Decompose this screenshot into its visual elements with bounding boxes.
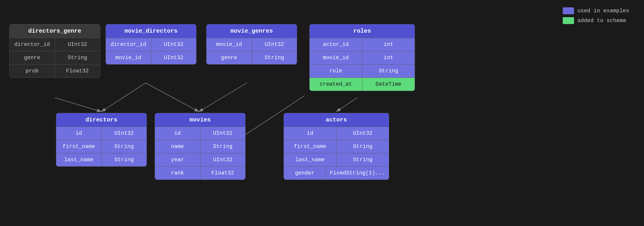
cell-act-id-label: id (284, 127, 336, 140)
table-row: actor_id int (310, 38, 415, 51)
cell-act-gender-type: FixedString(1)... (326, 166, 389, 180)
cell-act-id-type: UInt32 (336, 127, 389, 140)
cell-mov-name-type: String (200, 140, 246, 153)
cell-mg-genre-label: genre (206, 51, 252, 64)
table-movie-directors: movie_directors director_id UInt32 movie… (106, 24, 196, 64)
legend-label-green: added to schema (578, 18, 626, 24)
table-actors-header: actors (284, 113, 389, 127)
table-row: last_name String (284, 153, 389, 166)
cell-md-director-id-type: UInt32 (151, 38, 196, 51)
cell-mov-name-label: name (155, 140, 200, 153)
cell-mg-movie-id-type: UInt32 (252, 38, 297, 51)
table-row: gender FixedString(1)... (284, 166, 389, 180)
table-roles-header: roles (310, 24, 415, 38)
table-row: last_name String (56, 153, 146, 166)
svg-line-4 (146, 83, 199, 112)
legend-label-blue: used in examples (578, 8, 629, 14)
cell-act-lastname-label: last_name (284, 153, 336, 166)
cell-act-lastname-type: String (336, 153, 389, 166)
table-movies-header: movies (155, 113, 245, 127)
cell-mg-genre-type: String (252, 51, 297, 64)
table-movie-genres: movie_genres movie_id UInt32 genre Strin… (206, 24, 297, 64)
table-row: director_id UInt32 (10, 38, 100, 51)
table-row: movie_id UInt32 (206, 38, 297, 51)
table-row: rank Float32 (155, 166, 245, 180)
cell-mov-rank-label: rank (155, 166, 200, 180)
table-row: movie_id int (310, 51, 415, 64)
diagram-area: used in examples added to schema (0, 0, 644, 226)
table-row: genre String (10, 51, 100, 64)
cell-act-gender-label: gender (284, 166, 326, 180)
cell-genre-label: genre (10, 51, 55, 64)
table-row: movie_id UInt32 (106, 51, 196, 64)
cell-dir-id-type: UInt32 (102, 127, 147, 140)
cell-director-id-label: director_id (10, 38, 55, 51)
legend: used in examples added to schema (563, 7, 629, 24)
svg-line-2 (55, 98, 102, 112)
legend-item-blue: used in examples (563, 7, 629, 14)
table-roles: roles actor_id int movie_id int role Str… (309, 24, 415, 91)
table-row: first_name String (284, 140, 389, 153)
cell-roles-actor-id-type: int (362, 38, 415, 51)
cell-dir-id-label: id (56, 127, 102, 140)
cell-prob-label: prob (10, 64, 55, 78)
cell-roles-movie-id-label: movie_id (310, 51, 362, 64)
table-movie-genres-header: movie_genres (206, 24, 297, 38)
table-directors-genre-header: directors_genre (10, 24, 100, 38)
cell-md-movie-id-label: movie_id (106, 51, 151, 64)
cell-roles-created-at-type: DateTime (362, 78, 415, 91)
svg-line-5 (199, 83, 247, 112)
table-actors: actors id UInt32 first_name String last_… (284, 113, 389, 180)
table-directors-header: directors (56, 113, 146, 127)
table-row: year UInt32 (155, 153, 245, 166)
cell-md-movie-id-type: UInt32 (151, 51, 196, 64)
cell-md-director-id-label: director_id (106, 38, 151, 51)
table-row: id UInt32 (284, 127, 389, 140)
cell-mov-id-label: id (155, 127, 200, 140)
legend-box-green (563, 17, 574, 24)
table-directors-genre: directors_genre director_id UInt32 genre… (9, 24, 100, 78)
cell-dir-firstname-type: String (102, 140, 147, 153)
cell-roles-created-at-label: created_at (310, 78, 362, 91)
table-row: first_name String (56, 140, 146, 153)
cell-roles-role-type: String (362, 64, 415, 78)
cell-mov-rank-type: Float32 (200, 166, 246, 180)
cell-director-id-type: UInt32 (55, 38, 100, 51)
table-row: name String (155, 140, 245, 153)
legend-item-green: added to schema (563, 17, 629, 24)
cell-roles-role-label: role (310, 64, 362, 78)
cell-genre-type: String (55, 51, 100, 64)
cell-dir-lastname-label: last_name (56, 153, 102, 166)
cell-act-firstname-label: first_name (284, 140, 336, 153)
svg-line-6 (336, 98, 357, 112)
cell-mov-year-label: year (155, 153, 200, 166)
table-row: director_id UInt32 (106, 38, 196, 51)
cell-roles-actor-id-label: actor_id (310, 38, 362, 51)
table-row: id UInt32 (56, 127, 146, 140)
table-row: role String (310, 64, 415, 78)
table-row: prob Float32 (10, 64, 100, 78)
table-movie-directors-header: movie_directors (106, 24, 196, 38)
cell-prob-type: Float32 (55, 64, 100, 78)
cell-mov-year-type: UInt32 (200, 153, 246, 166)
svg-line-3 (102, 83, 146, 112)
table-row: id UInt32 (155, 127, 245, 140)
table-row: genre String (206, 51, 297, 64)
cell-dir-lastname-type: String (102, 153, 147, 166)
table-directors: directors id UInt32 first_name String la… (56, 113, 147, 166)
cell-mg-movie-id-label: movie_id (206, 38, 252, 51)
cell-act-firstname-type: String (336, 140, 389, 153)
table-row-green: created_at DateTime (310, 78, 415, 91)
cell-dir-firstname-label: first_name (56, 140, 102, 153)
legend-box-blue (563, 7, 574, 14)
cell-roles-movie-id-type: int (362, 51, 415, 64)
cell-mov-id-type: UInt32 (200, 127, 246, 140)
table-movies: movies id UInt32 name String year UInt32… (155, 113, 246, 180)
